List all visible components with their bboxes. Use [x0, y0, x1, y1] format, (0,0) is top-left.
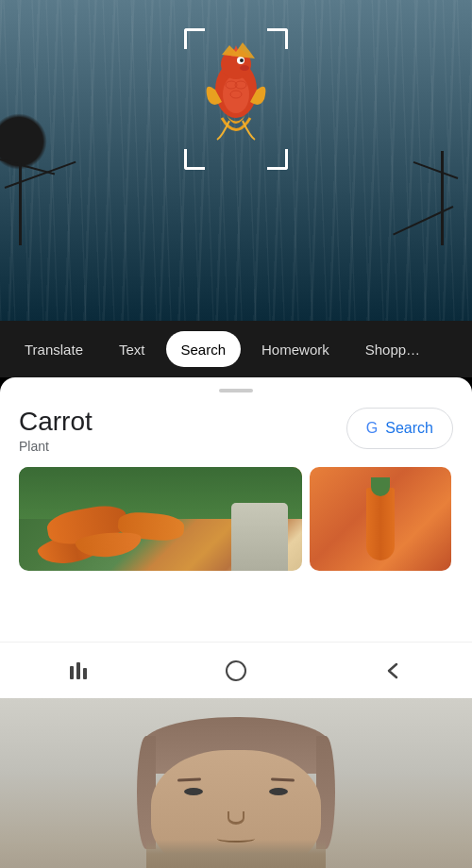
- tab-homework[interactable]: Homework: [246, 331, 345, 367]
- home-button[interactable]: [212, 652, 260, 690]
- svg-point-6: [240, 65, 249, 71]
- svg-rect-13: [83, 668, 87, 679]
- eye-right: [269, 788, 288, 795]
- scan-box: [184, 28, 288, 170]
- bottom-sheet: Carrot Plant G Search: [0, 377, 472, 642]
- tree-left: [19, 132, 22, 245]
- google-g-icon: G: [366, 420, 378, 437]
- carrot-image-2: [310, 467, 451, 571]
- google-search-button[interactable]: G Search: [346, 408, 453, 449]
- svg-point-14: [227, 661, 245, 680]
- svg-rect-12: [76, 662, 80, 679]
- tab-shopping[interactable]: Shopp…: [350, 331, 435, 367]
- branch-4: [413, 161, 459, 179]
- result-header: Carrot Plant G Search: [19, 408, 453, 454]
- tab-text[interactable]: Text: [104, 331, 160, 367]
- tree-right: [441, 151, 444, 245]
- obi-wan-image: [0, 698, 472, 868]
- result-title: Carrot: [19, 408, 93, 437]
- beard: [146, 840, 326, 868]
- svg-rect-11: [70, 666, 74, 679]
- camera-view: [0, 0, 472, 321]
- corner-bottom-right: [267, 149, 288, 170]
- corner-bottom-left: [184, 149, 205, 170]
- meme-section: [visible confusion] imgflip.com: [0, 698, 472, 868]
- corner-top-left: [184, 28, 205, 49]
- tab-translate[interactable]: Translate: [9, 331, 98, 367]
- svg-point-1: [223, 75, 249, 113]
- face-container: [132, 717, 340, 868]
- recents-icon: [68, 660, 89, 681]
- back-button[interactable]: [370, 652, 417, 690]
- home-icon: [225, 659, 247, 682]
- tabs-bar: Translate Text Search Homework Shopp…: [0, 321, 472, 377]
- nose: [228, 811, 244, 825]
- image-results: [19, 467, 453, 571]
- back-icon: [383, 660, 404, 681]
- drag-handle[interactable]: [219, 389, 253, 392]
- result-info: Carrot Plant: [19, 408, 93, 454]
- recents-button[interactable]: [55, 652, 102, 690]
- image-result-2[interactable]: [310, 467, 451, 571]
- carrot-image-1: [19, 467, 302, 571]
- corner-top-right: [267, 28, 288, 49]
- image-result-1[interactable]: [19, 467, 302, 571]
- navigation-bar: [0, 642, 472, 698]
- result-subtitle: Plant: [19, 439, 93, 454]
- branch-3: [393, 206, 453, 235]
- pokemon-creature: [203, 38, 269, 142]
- tab-search[interactable]: Search: [166, 331, 242, 367]
- search-button-label: Search: [385, 420, 433, 437]
- svg-point-5: [240, 58, 244, 62]
- eye-left: [184, 788, 203, 795]
